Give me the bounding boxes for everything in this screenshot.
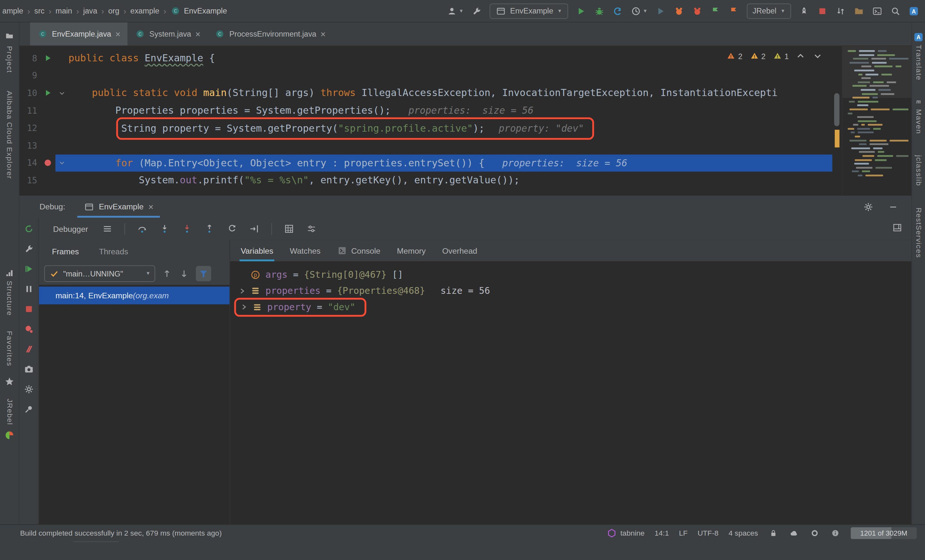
line-separator[interactable]: LF	[679, 529, 688, 537]
setup-button[interactable]	[471, 6, 482, 16]
expand-chevron-icon[interactable]	[238, 303, 250, 311]
run-disabled-button[interactable]	[655, 6, 666, 16]
code-text[interactable]: Properties properties = System.getProper…	[56, 102, 833, 119]
close-icon[interactable]: ×	[321, 30, 326, 39]
caret-position[interactable]: 14:1	[655, 529, 669, 537]
breadcrumb-item-class[interactable]: CEnvExample	[169, 5, 228, 17]
file-encoding[interactable]: UTF-8	[698, 529, 719, 537]
warning-badge[interactable]: 1	[772, 51, 789, 61]
memory-indicator[interactable]: 1201 of 3029M	[851, 527, 917, 539]
eval-icon[interactable]	[284, 223, 295, 234]
stack-frame-row[interactable]: main:14, EnvExample (org.exam	[39, 287, 229, 304]
scrollbar-thumb[interactable]	[834, 93, 839, 126]
stop-red-icon[interactable]	[23, 304, 34, 315]
sidebar-item-translate[interactable]: Translate	[915, 45, 922, 81]
camera-icon[interactable]	[23, 364, 34, 375]
translate-button[interactable]: A	[908, 6, 919, 16]
drop-frame-icon[interactable]	[227, 223, 237, 234]
sidebar-item-jrebel[interactable]: JRebel	[6, 399, 13, 425]
editor-tab[interactable]: CSystem.java×	[128, 23, 208, 45]
code-text[interactable]	[56, 67, 833, 84]
force-step-into-icon[interactable]	[182, 223, 192, 234]
warning-stripe-mark[interactable]	[835, 130, 839, 148]
editor[interactable]: 8public class EnvExample {910 public sta…	[20, 46, 911, 195]
plugin-button-1[interactable]	[673, 6, 684, 16]
translate-icon[interactable]: A	[913, 32, 924, 42]
mute-breakpoints-icon[interactable]	[23, 344, 34, 354]
rerun-icon[interactable]	[23, 223, 34, 234]
tab-threads[interactable]: Threads	[99, 247, 128, 256]
debug-session-tab[interactable]: EnvExample ×	[77, 196, 160, 218]
tab-variables[interactable]: Variables	[241, 240, 273, 261]
stop-button[interactable]	[817, 6, 828, 16]
star-icon[interactable]	[4, 376, 15, 387]
code-text[interactable]: public static void main(String[] args) t…	[56, 84, 833, 102]
indent-style[interactable]: 4 spaces	[728, 529, 758, 537]
debugger-tab-label[interactable]: Debugger	[53, 224, 88, 233]
threads-icon[interactable]	[102, 223, 113, 234]
variable-row[interactable]: properties = {Properties@468}size = 56	[236, 283, 911, 299]
sidebar-item-alibaba-cloud-explorer[interactable]: Alibaba Cloud Explorer	[6, 91, 13, 179]
debug-button[interactable]	[594, 6, 604, 16]
editor-tab[interactable]: CProcessEnvironment.java×	[208, 23, 333, 45]
run-gutter-icon[interactable]	[40, 89, 56, 97]
tab-memory[interactable]: Memory	[397, 240, 426, 261]
fold-icon[interactable]	[56, 90, 68, 97]
resume-icon[interactable]	[23, 263, 34, 274]
sidebar-item-maven[interactable]: Maven	[915, 109, 922, 134]
warning-badge[interactable]: 2	[749, 51, 766, 61]
code-text[interactable]: public class EnvExample {	[56, 50, 833, 67]
expand-chevron-icon[interactable]	[236, 287, 248, 295]
code-text[interactable]: System.out.printf("%s = %s\n", entry.get…	[56, 172, 833, 189]
minus-icon[interactable]	[888, 201, 898, 212]
thread-selector-combo[interactable]: "main…UNNING"▼	[44, 266, 155, 282]
jrebel-debug-button[interactable]	[728, 6, 739, 16]
plugin-button-2[interactable]	[692, 6, 702, 16]
sidebar-item-restservices[interactable]: RestServices	[915, 208, 922, 258]
sidebar-item-project[interactable]: Project	[6, 46, 13, 73]
close-icon[interactable]: ×	[115, 30, 121, 39]
sidebar-item-favorites[interactable]: Favorites	[6, 331, 13, 367]
sidebar-item-structure[interactable]: Structure	[6, 281, 13, 316]
tab-overhead[interactable]: Overhead	[442, 240, 477, 261]
lock-icon[interactable]	[768, 528, 779, 539]
terminal-button[interactable]	[872, 6, 883, 16]
breakpoints-icon[interactable]	[23, 324, 34, 334]
gear-icon[interactable]	[863, 201, 874, 212]
step-into-icon[interactable]	[159, 223, 170, 234]
wrench-icon[interactable]	[23, 244, 34, 254]
editor-tab[interactable]: CEnvExample.java×	[30, 23, 128, 45]
close-icon[interactable]: ×	[195, 30, 200, 39]
search-everywhere-button[interactable]	[890, 6, 901, 16]
code-area[interactable]: 8public class EnvExample {910 public sta…	[20, 50, 833, 195]
step-out-icon[interactable]	[204, 223, 215, 234]
chevron-down-icon[interactable]	[812, 51, 823, 61]
close-icon[interactable]: ×	[148, 202, 154, 211]
editor-scrollbar[interactable]	[833, 46, 842, 195]
sliders-icon[interactable]	[306, 223, 317, 234]
sync-button[interactable]	[835, 6, 846, 16]
step-over-icon[interactable]	[137, 223, 148, 234]
breadcrumb-item[interactable]: ample	[1, 6, 24, 16]
run-gutter-icon[interactable]	[40, 54, 56, 62]
gear-icon[interactable]	[23, 384, 34, 394]
warning-badge[interactable]: 2	[726, 51, 743, 61]
tab-console[interactable]: Console	[337, 240, 380, 261]
sidebar-item-jclasslib[interactable]: jclasslib	[915, 155, 922, 186]
pause-icon[interactable]	[23, 283, 34, 294]
fold-icon[interactable]	[56, 160, 68, 167]
breakpoint-icon[interactable]	[40, 159, 56, 167]
jrebel-combo[interactable]: JRebel▼	[747, 3, 791, 19]
code-text[interactable]: for (Map.Entry<Object, Object> entry : p…	[56, 154, 833, 172]
open-folder-button[interactable]	[854, 6, 864, 16]
code-text[interactable]	[56, 137, 833, 154]
run-to-cursor-icon[interactable]	[249, 223, 260, 234]
filter-button[interactable]	[196, 266, 211, 281]
breadcrumb-item[interactable]: main	[54, 6, 73, 16]
arrow-up-icon[interactable]	[161, 268, 172, 279]
jrebel-run-button[interactable]	[710, 6, 721, 16]
hotswap-button[interactable]	[799, 6, 809, 16]
cloud-icon[interactable]	[789, 528, 799, 539]
user-menu[interactable]: ▼	[446, 6, 464, 16]
code-text[interactable]: String property = System.getProperty("sp…	[56, 119, 833, 137]
